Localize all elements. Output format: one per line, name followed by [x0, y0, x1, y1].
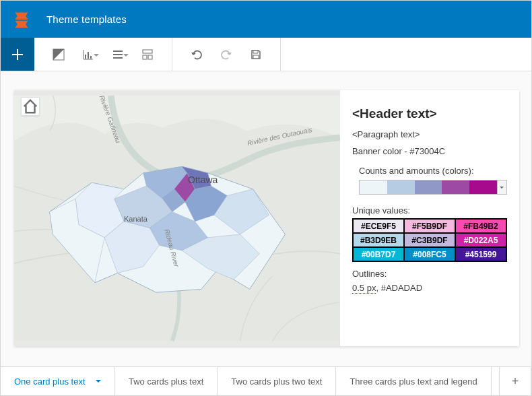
page-title: Theme templates	[46, 13, 127, 25]
outlines-label: Outlines:	[352, 269, 507, 279]
unique-value-swatch[interactable]: #451599	[455, 247, 506, 261]
page-tab-label: Two cards plus two text	[231, 376, 322, 387]
svg-rect-3	[148, 55, 152, 59]
workspace: Ottawa Kanata Rivière Gatineau Rivière d…	[1, 71, 531, 366]
page-tab-label: Three cards plus text and legend	[350, 376, 477, 387]
save-button[interactable]	[241, 38, 271, 71]
main-toolbar	[1, 38, 531, 71]
ramp-label: Counts and amounts (colors):	[352, 166, 507, 176]
unique-value-swatch[interactable]: #F5B9DF	[404, 219, 455, 233]
page-tab[interactable]: Two cards plus text	[115, 367, 218, 395]
unique-values-grid: #ECE9F5#F5B9DF#FB49B2#B3D9EB#C3B9DF#D022…	[352, 218, 507, 262]
chart-button[interactable]	[73, 38, 103, 71]
ramp-dropdown-icon[interactable]	[497, 180, 506, 194]
unique-value-swatch[interactable]: #B3D9EB	[353, 233, 404, 247]
svg-rect-2	[143, 55, 147, 59]
redo-button[interactable]	[211, 38, 241, 71]
outlines-value: 0.5 px, #ADADAD	[352, 283, 507, 293]
outlines-color: , #ADADAD	[376, 283, 422, 293]
unique-values-label: Unique values:	[352, 205, 507, 216]
paragraph-text-placeholder[interactable]: <Paragraph text>	[352, 129, 507, 139]
page-tabs: One card plus textTwo cards plus textTwo…	[1, 366, 531, 395]
table-button[interactable]	[103, 38, 133, 71]
page-tab-label: One card plus text	[14, 376, 86, 387]
header-text-placeholder[interactable]: <Header text>	[352, 106, 507, 121]
widget-button[interactable]	[133, 38, 162, 71]
map-preview[interactable]: Ottawa Kanata Rivière Gatineau Rivière d…	[14, 90, 340, 346]
ramp-stop	[360, 180, 387, 194]
chevron-down-icon	[96, 380, 101, 385]
page-tab-label: Two cards plus text	[129, 376, 203, 387]
map-svg	[14, 90, 340, 346]
map-home-button[interactable]	[21, 97, 40, 116]
add-page-tab[interactable]: +	[499, 367, 531, 395]
undo-button[interactable]	[182, 38, 211, 71]
app-logo-icon	[11, 9, 32, 30]
unique-value-swatch[interactable]: #C3B9DF	[404, 233, 455, 247]
page-tab[interactable]: One card plus text	[1, 367, 115, 395]
unique-value-swatch[interactable]: #00B7D7	[353, 247, 404, 261]
ramp-stop	[387, 180, 415, 194]
card-options-button[interactable]	[44, 38, 73, 71]
theme-side-panel: <Header text> <Paragraph text> Banner co…	[340, 90, 519, 346]
banner-color-text: Banner color - #73004C	[352, 146, 507, 156]
unique-value-swatch[interactable]: #FB49B2	[455, 219, 506, 233]
page-tab[interactable]: Two cards plus two text	[218, 367, 336, 395]
theme-card: Ottawa Kanata Rivière Gatineau Rivière d…	[14, 90, 519, 346]
ramp-stop	[442, 180, 469, 194]
unique-value-swatch[interactable]: #ECE9F5	[353, 219, 404, 233]
ramp-stop	[415, 180, 442, 194]
ramp-stop	[469, 180, 497, 194]
color-ramp-selector[interactable]	[359, 180, 507, 195]
add-button[interactable]	[1, 38, 34, 71]
titlebar: Theme templates	[1, 1, 531, 38]
outlines-px: 0.5 px	[352, 283, 376, 294]
unique-value-swatch[interactable]: #008FC5	[404, 247, 455, 261]
unique-value-swatch[interactable]: #D022A5	[455, 233, 506, 247]
svg-rect-1	[143, 50, 152, 53]
page-tab[interactable]: Three cards plus text and legend	[336, 367, 491, 395]
